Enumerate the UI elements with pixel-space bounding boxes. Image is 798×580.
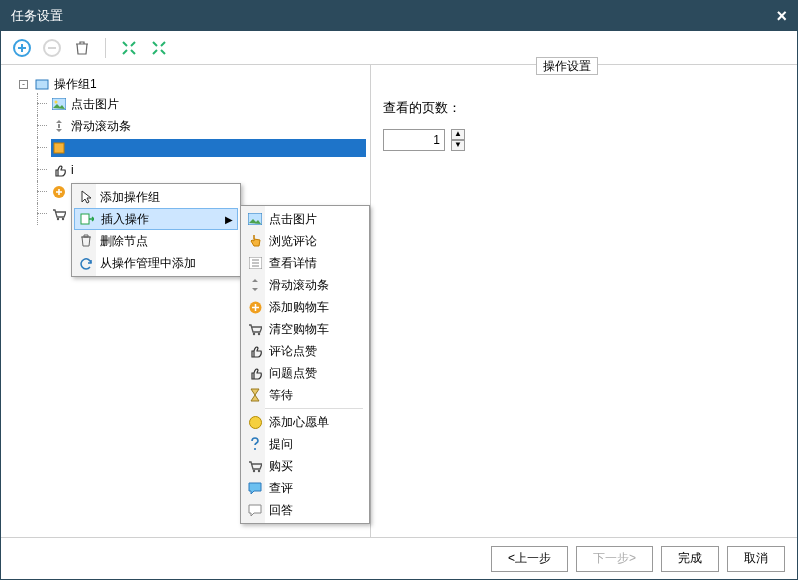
image-icon [247,211,263,227]
thumbs-up-icon [247,365,263,381]
ctx-delete-node[interactable]: 删除节点 [74,230,238,252]
svg-point-17 [253,469,255,471]
svg-point-16 [249,416,261,428]
expand-button[interactable] [116,35,142,61]
delete-button[interactable] [69,35,95,61]
context-submenu: 点击图片 浏览评论 查看详情 滑动滚动条 添加购物车 清空购物车 评论点赞 问题… [240,205,370,524]
scroll-icon [51,118,67,134]
ctx-label: 添加操作组 [100,189,160,206]
submenu-label: 滑动滚动条 [269,277,329,294]
ctx-label: 删除节点 [100,233,148,250]
submenu-arrow-icon: ▶ [225,214,233,225]
cart-add-icon [51,184,67,200]
svg-point-15 [258,332,260,334]
finish-button[interactable]: 完成 [661,546,719,572]
ctx-add-group[interactable]: 添加操作组 [74,186,238,208]
submenu-label: 添加心愿单 [269,414,329,431]
submenu-item[interactable]: 浏览评论 [243,230,367,252]
hourglass-icon [247,387,263,403]
submenu-item[interactable]: 等待 [243,384,367,406]
tree-item-label: 滑动滚动条 [71,118,131,135]
submenu-label: 等待 [269,387,293,404]
trash-icon [74,40,90,56]
ctx-insert-action[interactable]: 插入操作 ▶ [74,208,238,230]
touch-icon [247,233,263,249]
cart-add-icon [247,299,263,315]
spinner-down-icon[interactable]: ▼ [451,140,465,151]
svg-point-8 [57,217,59,219]
submenu-item[interactable]: 清空购物车 [243,318,367,340]
prev-button[interactable]: <上一步 [491,546,568,572]
submenu-label: 问题点赞 [269,365,317,382]
collapse-icon [151,40,167,56]
touch-icon [51,140,67,156]
collapse-toggle-icon[interactable]: - [19,80,28,89]
cart-icon [51,206,67,222]
trash-icon [78,233,94,249]
next-button[interactable]: 下一步> [576,546,653,572]
image-icon [51,96,67,112]
submenu-item[interactable]: 购买 [243,455,367,477]
submenu-item[interactable]: 滑动滚动条 [243,274,367,296]
pages-input[interactable] [383,129,445,151]
ctx-label: 插入操作 [101,211,149,228]
tree-root-label: 操作组1 [54,76,97,93]
submenu-item[interactable]: 查评 [243,477,367,499]
svg-rect-10 [81,214,89,224]
submenu-item[interactable]: 点击图片 [243,208,367,230]
spinner[interactable]: ▲ ▼ [451,129,465,151]
tree-item-selected[interactable] [37,137,366,159]
remove-button[interactable] [39,35,65,61]
submenu-label: 添加购物车 [269,299,329,316]
add-button[interactable] [9,35,35,61]
svg-rect-6 [54,143,64,153]
toolbar [1,31,797,65]
svg-point-14 [253,332,255,334]
group-icon [34,76,50,92]
window-title: 任务设置 [11,7,63,25]
svg-rect-2 [36,80,48,89]
tree-item[interactable]: i [37,159,366,181]
footer: <上一步 下一步> 完成 取消 [1,537,797,579]
plus-circle-icon [13,39,31,57]
wishlist-icon [247,414,263,430]
submenu-item[interactable]: 提问 [243,433,367,455]
submenu-label: 点击图片 [269,211,317,228]
cancel-button[interactable]: 取消 [727,546,785,572]
svg-point-9 [62,217,64,219]
tree-item[interactable]: 点击图片 [37,93,366,115]
ctx-add-from-manager[interactable]: 从操作管理中添加 [74,252,238,274]
submenu-item[interactable]: 查看详情 [243,252,367,274]
cart-icon [247,458,263,474]
cursor-icon [78,189,94,205]
submenu-label: 提问 [269,436,293,453]
separator [105,38,106,58]
spinner-up-icon[interactable]: ▲ [451,129,465,140]
tree-item-label: 点击图片 [71,96,119,113]
tree-item-label [71,141,74,155]
question-icon [247,436,263,452]
submenu-item[interactable]: 回答 [243,499,367,521]
cart-icon [247,321,263,337]
svg-point-18 [258,469,260,471]
ctx-label: 从操作管理中添加 [100,255,196,272]
tree-item[interactable]: 滑动滚动条 [37,115,366,137]
pages-label: 查看的页数： [383,99,461,117]
svg-rect-5 [58,124,60,128]
collapse-button[interactable] [146,35,172,61]
expand-icon [121,40,137,56]
reply-icon [247,502,263,518]
submenu-item[interactable]: 评论点赞 [243,340,367,362]
submenu-item[interactable]: 问题点赞 [243,362,367,384]
minus-circle-icon [43,39,61,57]
submenu-label: 查评 [269,480,293,497]
svg-point-4 [55,101,58,104]
comment-icon [247,480,263,496]
close-icon[interactable]: × [776,6,787,27]
submenu-label: 清空购物车 [269,321,329,338]
submenu-label: 购买 [269,458,293,475]
list-icon [247,255,263,271]
submenu-item[interactable]: 添加购物车 [243,296,367,318]
submenu-label: 回答 [269,502,293,519]
submenu-item[interactable]: 添加心愿单 [243,411,367,433]
